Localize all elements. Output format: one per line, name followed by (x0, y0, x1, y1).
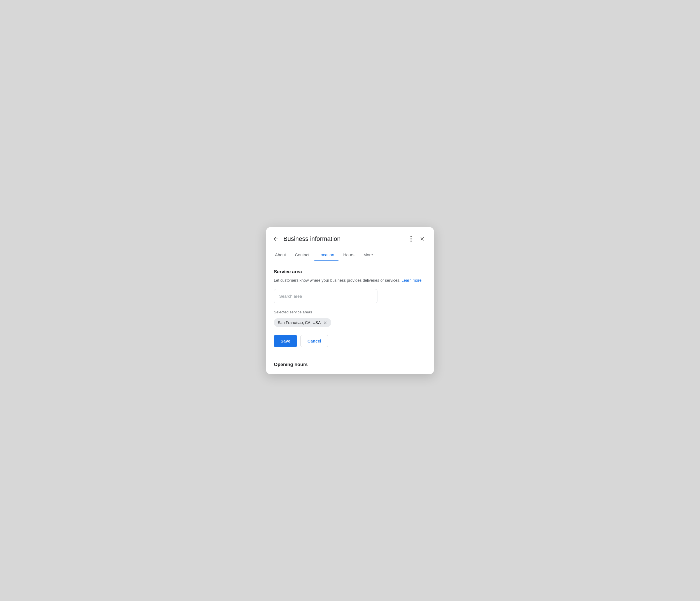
tab-about[interactable]: About (271, 248, 290, 261)
close-icon (420, 236, 425, 242)
learn-more-link[interactable]: Learn more (401, 278, 422, 282)
action-buttons: Save Cancel (274, 335, 426, 347)
cancel-button[interactable]: Cancel (300, 335, 328, 347)
header-actions (407, 233, 427, 245)
chip-san-francisco: San Francisco, CA, USA (274, 318, 331, 327)
modal-title: Business information (283, 235, 407, 243)
search-area-wrapper (274, 289, 426, 303)
modal-header: Business information (266, 227, 434, 248)
save-button[interactable]: Save (274, 335, 297, 347)
service-area-section: Service area Let customers know where yo… (274, 269, 426, 347)
modal-panel: Business information About Contact Locat… (266, 227, 434, 374)
close-button[interactable] (417, 234, 427, 244)
service-area-desc-text: Let customers know where your business p… (274, 278, 400, 282)
tab-contact[interactable]: Contact (290, 248, 314, 261)
tab-location[interactable]: Location (314, 248, 339, 261)
tab-hours[interactable]: Hours (339, 248, 359, 261)
opening-hours-title: Opening hours (274, 362, 426, 374)
back-arrow-icon (273, 236, 279, 242)
service-area-description: Let customers know where your business p… (274, 278, 426, 283)
section-divider (274, 355, 426, 355)
chip-remove-icon (323, 320, 327, 325)
service-area-chips: San Francisco, CA, USA (274, 318, 426, 327)
more-options-button[interactable] (407, 233, 415, 245)
service-area-title: Service area (274, 269, 426, 275)
search-area-input[interactable] (274, 289, 377, 303)
three-dots-icon (409, 235, 413, 243)
opening-hours-section: Opening hours (274, 362, 426, 374)
tab-more[interactable]: More (359, 248, 377, 261)
chip-remove-button[interactable] (323, 320, 327, 325)
selected-areas-label: Selected service areas (274, 310, 426, 314)
modal-content: Service area Let customers know where yo… (266, 261, 434, 374)
tabs-bar: About Contact Location Hours More (266, 248, 434, 261)
back-button[interactable] (271, 233, 281, 244)
chip-label: San Francisco, CA, USA (278, 320, 321, 325)
